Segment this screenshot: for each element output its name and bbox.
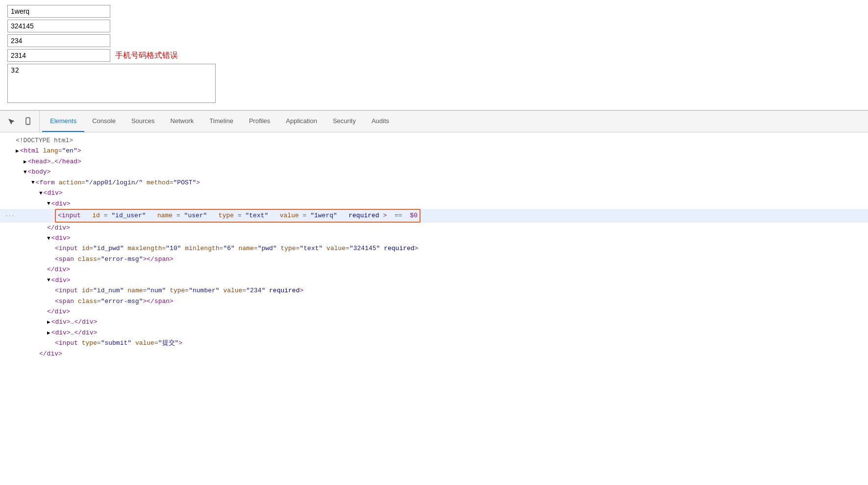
code-line-input-pwd: <input id = "id_pwd" maxlength = "10" mi… <box>0 243 868 254</box>
elements-panel-code: <!DOCTYPE html> <html lang = "en" > <hea… <box>0 132 868 362</box>
code-line-div-collapsed2: <div> … </div> <box>0 328 868 338</box>
devtools-tab-bar: Elements Console Sources Network Timelin… <box>40 111 397 132</box>
code-line-doctype: <!DOCTYPE html> <box>0 135 868 146</box>
code-line-div-pwd: <div> <box>0 233 868 243</box>
tab-network[interactable]: Network <box>163 111 202 132</box>
tab-security[interactable]: Security <box>325 111 364 132</box>
code-line-div-collapsed1: <div> … </div> <box>0 317 868 327</box>
code-line-head: <head> … </head> <box>0 156 868 167</box>
triangle-head[interactable] <box>24 157 27 166</box>
textarea-field[interactable]: 32 <box>7 64 216 103</box>
code-line-div-num: <div> <box>0 275 868 285</box>
input-pwd[interactable] <box>7 20 110 32</box>
tab-elements[interactable]: Elements <box>42 111 84 132</box>
triangle-body[interactable] <box>24 168 27 177</box>
tab-profiles[interactable]: Profiles <box>241 111 278 132</box>
code-line-div-user: <div> <box>0 199 868 209</box>
code-line-close-div-outer: </div> <box>0 349 868 359</box>
devtools-panel: Elements Console Sources Network Timelin… <box>0 110 868 362</box>
code-line-input-user[interactable]: ··· <input id = "id_user" name = "user" … <box>0 209 868 222</box>
code-line-form: <form action = "/app01/login/" method = … <box>0 178 868 188</box>
triangle-form[interactable] <box>31 178 35 187</box>
code-line-close-div-pwd: </div> <box>0 264 868 275</box>
code-line-input-num: <input id = "id_num" name = "num" type =… <box>0 285 868 296</box>
input-num[interactable] <box>7 34 110 47</box>
code-line-html: <html lang = "en" > <box>0 146 868 156</box>
code-line-span-error1: <span class = "error-msg" ></span> <box>0 254 868 264</box>
code-line-close-div-user: </div> <box>0 223 868 233</box>
code-line-input-submit: <input type = "submit" value = "提交" > <box>0 338 868 348</box>
triangle-div-user[interactable] <box>47 199 50 208</box>
input-phone[interactable] <box>7 49 110 62</box>
code-line-close-div-num: </div> <box>0 306 868 317</box>
input-user[interactable] <box>7 5 110 18</box>
tab-timeline[interactable]: Timeline <box>201 111 241 132</box>
devtools-toolbar: Elements Console Sources Network Timelin… <box>0 111 868 132</box>
tab-application[interactable]: Application <box>278 111 325 132</box>
tab-sources[interactable]: Sources <box>124 111 163 132</box>
triangle-html[interactable] <box>16 147 19 155</box>
code-line-div-outer: <div> <box>0 188 868 198</box>
tab-console[interactable]: Console <box>84 111 124 132</box>
code-line-span-error2: <span class = "error-msg" ></span> <box>0 296 868 306</box>
error-message: 手机号码格式错误 <box>115 51 178 61</box>
triangle-div-collapsed2[interactable] <box>47 329 50 337</box>
devtools-icon-bar <box>0 111 40 132</box>
triangle-div-num[interactable] <box>47 276 50 284</box>
code-line-body: <body> <box>0 167 868 177</box>
row-phone: 手机号码格式错误 <box>7 49 861 62</box>
triangle-div-outer[interactable] <box>39 189 43 198</box>
triangle-div-collapsed1[interactable] <box>47 318 50 327</box>
triangle-div-pwd[interactable] <box>47 234 50 243</box>
inspect-element-button[interactable] <box>5 115 18 128</box>
device-mode-button[interactable] <box>22 115 34 128</box>
tab-audits[interactable]: Audits <box>364 111 397 132</box>
page-preview: 手机号码格式错误 32 <box>0 0 868 110</box>
